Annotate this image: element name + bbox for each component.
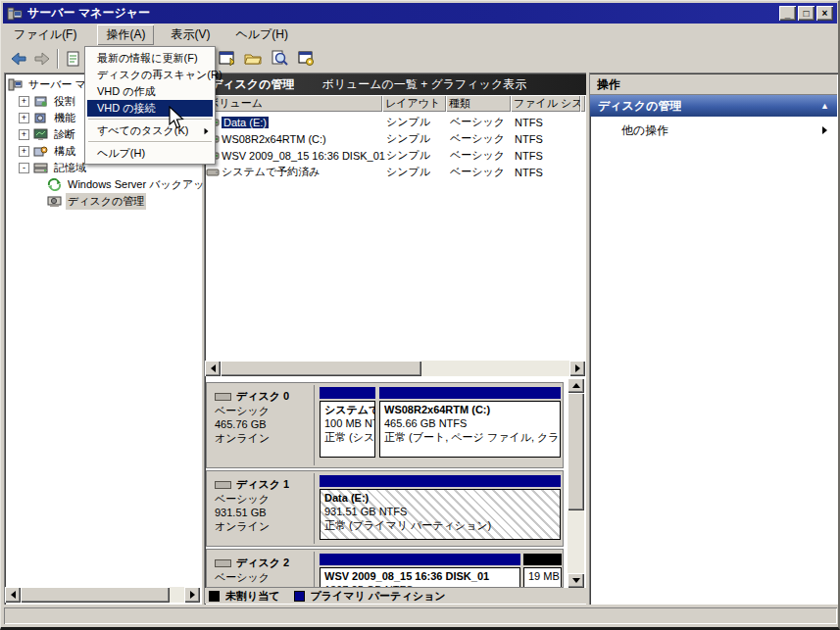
column-volume[interactable]: ボリューム: [205, 95, 382, 112]
collapse-icon[interactable]: ▲: [820, 101, 829, 111]
scrollbar-thumb[interactable]: [568, 393, 584, 510]
disk-name: ディスク 2: [236, 556, 289, 570]
content-subtitle: ボリュームの一覧 + グラフィック表示: [321, 76, 526, 93]
disk2-label[interactable]: ディスク 2 ベーシック 1397.26 GB オンライン: [209, 552, 315, 588]
tree-item-label: ディスクの管理: [66, 193, 146, 210]
menu-help[interactable]: ヘルプ(H): [226, 24, 297, 45]
tree-item-storage[interactable]: - 記憶域: [19, 160, 88, 175]
expand-plus-icon[interactable]: +: [19, 146, 29, 157]
partition-color-bar: [379, 387, 561, 399]
disk-view-vertical-scrollbar[interactable]: [568, 378, 584, 588]
partition-c-drive[interactable]: WS08R2x64RTM (C:) 465.66 GB NTFS 正常 (ブート…: [379, 387, 561, 463]
title-bar[interactable]: サーバー マネージャー _ □ ×: [3, 3, 837, 24]
partition-name: WS08R2x64RTM (C:): [384, 403, 560, 416]
tree-item-label: 役割: [52, 93, 77, 110]
scroll-right-button[interactable]: [569, 361, 585, 376]
action-menu-popup: 最新の情報に更新(F) ディスクの再スキャン(R) VHD の作成 VHD の接…: [84, 46, 216, 165]
scroll-down-button[interactable]: [568, 573, 584, 588]
console-tree-icon: [218, 50, 236, 67]
disk-management-icon: [47, 195, 62, 208]
volume-layout: シンプル: [386, 165, 430, 179]
collapse-minus-icon[interactable]: -: [19, 163, 29, 173]
column-layout[interactable]: レイアウト: [382, 95, 446, 112]
menu-file[interactable]: ファイル(F): [5, 24, 85, 45]
volume-layout: シンプル: [386, 131, 430, 146]
tree-item-diagnostics[interactable]: + 診断: [19, 126, 77, 142]
disk1-label[interactable]: ディスク 1 ベーシック 931.51 GB オンライン: [209, 473, 315, 544]
volume-row[interactable]: WSV 2009_08_15 16:36 DISK_01 シンプル ベーシック …: [206, 147, 584, 164]
menu-item-help[interactable]: ヘルプ(H): [85, 145, 215, 162]
tree-item-features[interactable]: + 機能: [19, 110, 77, 125]
server-manager-window: サーバー マネージャー _ □ × ファイル(F) 操作(A) 表示(V) ヘル…: [0, 0, 840, 630]
content-header: ディスクの管理 ボリュームの一覧 + グラフィック表示: [204, 74, 586, 95]
tree-item-configuration[interactable]: + 構成: [19, 143, 77, 159]
partition-name: Data (E:): [324, 491, 560, 505]
scrollbar-thumb[interactable]: [221, 361, 421, 376]
column-filesystem[interactable]: ファイル システム: [511, 95, 580, 112]
menu-item-all-tasks[interactable]: すべてのタスク(K): [85, 122, 215, 139]
volume-list-horizontal-scrollbar[interactable]: [205, 361, 585, 376]
console-tree-button[interactable]: [215, 47, 238, 69]
scroll-left-button[interactable]: [205, 361, 221, 376]
console-settings-icon: [297, 50, 316, 67]
back-icon: [10, 51, 27, 67]
disk0-label[interactable]: ディスク 0 ベーシック 465.76 GB オンライン: [209, 385, 315, 465]
forward-button[interactable]: [30, 48, 54, 70]
disk-kind: ベーシック: [215, 404, 312, 417]
expand-plus-icon[interactable]: +: [19, 96, 29, 107]
hidden-toolbar-button[interactable]: [62, 48, 85, 70]
disk-kind: ベーシック: [215, 570, 312, 584]
partition-color-bar: [320, 554, 520, 565]
expand-plus-icon[interactable]: +: [19, 113, 29, 123]
disk-size: 931.51 GB: [215, 506, 312, 519]
menu-action[interactable]: 操作(A): [97, 24, 154, 45]
submenu-arrow-icon: [205, 127, 209, 133]
expand-plus-icon[interactable]: +: [19, 129, 29, 140]
configuration-icon: [33, 145, 48, 158]
menu-separator: [88, 119, 212, 121]
scroll-right-icon: [575, 364, 580, 372]
scrollbar-thumb[interactable]: [21, 587, 170, 603]
tree-item-roles[interactable]: + 役割: [19, 93, 77, 109]
partition-data-e[interactable]: Data (E:) 931.51 GB NTFS 正常 (プライマリ パーティシ…: [320, 475, 561, 542]
column-type[interactable]: 種類: [446, 95, 511, 112]
more-actions-item[interactable]: 他の操作: [590, 121, 837, 140]
scroll-left-icon: [11, 591, 16, 599]
menu-item-create-vhd[interactable]: VHD の作成: [85, 83, 215, 100]
actions-section-disk-management[interactable]: ディスクの管理 ▲: [590, 95, 837, 117]
menu-item-attach-vhd[interactable]: VHD の接続: [87, 100, 213, 117]
scroll-up-icon: [572, 383, 580, 388]
tree-item-disk-management[interactable]: ディスクの管理: [47, 193, 146, 209]
minimize-button[interactable]: _: [779, 6, 796, 21]
close-button[interactable]: ×: [816, 6, 833, 21]
storage-icon: [33, 162, 48, 174]
partition-wsv-disk01[interactable]: WSV 2009_08_15 16:36 DISK_01 1397.25 GB …: [320, 554, 520, 588]
backup-icon: [47, 178, 62, 191]
menu-item-refresh[interactable]: 最新の情報に更新(F): [85, 50, 215, 67]
volume-row[interactable]: Data (E:) シンプル ベーシック NTFS: [206, 114, 584, 130]
open-button[interactable]: [241, 47, 265, 69]
tree-item-label: 機能: [52, 110, 77, 126]
scroll-left-button[interactable]: [5, 587, 21, 603]
maximize-button[interactable]: □: [798, 6, 815, 21]
console-settings-button[interactable]: [294, 47, 318, 69]
back-button[interactable]: [7, 48, 30, 70]
features-icon: [33, 112, 48, 124]
partition-size: 465.66 GB NTFS: [384, 416, 560, 430]
unallocated-color-bar: [523, 554, 562, 565]
menu-item-rescan-disks[interactable]: ディスクの再スキャン(R): [85, 67, 215, 83]
partition-system-reserved[interactable]: システムで予約済み 100 MB NTFS 正常 (システム, アクティブ, プ…: [320, 387, 375, 463]
unallocated-space[interactable]: 19 MB: [523, 554, 562, 588]
volume-row[interactable]: WS08R2x64RTM (C:) シンプル ベーシック NTFS: [206, 130, 584, 147]
menu-view[interactable]: 表示(V): [162, 24, 219, 45]
actions-panel: [589, 73, 838, 605]
volume-row[interactable]: システムで予約済み シンプル ベーシック NTFS: [206, 164, 584, 180]
search-button[interactable]: [268, 47, 291, 69]
volume-type: ベーシック: [450, 131, 505, 146]
scroll-right-icon: [190, 591, 195, 599]
volume-icon: [206, 167, 220, 178]
tree-horizontal-scrollbar[interactable]: [5, 587, 200, 603]
scroll-up-button[interactable]: [568, 378, 584, 393]
scroll-right-button[interactable]: [184, 587, 200, 603]
tree-item-windows-server-backup[interactable]: Windows Server バックアップ: [47, 176, 218, 192]
